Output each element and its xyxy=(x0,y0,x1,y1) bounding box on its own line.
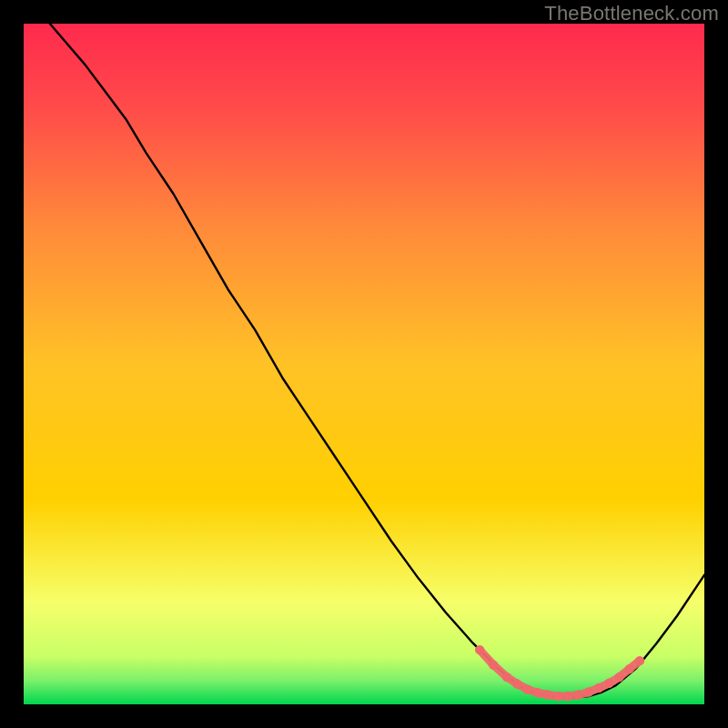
gradient-background xyxy=(24,24,704,704)
optimal-marker-dot xyxy=(563,692,572,701)
optimal-marker-dot xyxy=(543,690,552,699)
optimal-marker-dot xyxy=(614,672,623,682)
optimal-marker-dot xyxy=(573,690,582,699)
optimal-marker-dot xyxy=(502,672,511,682)
optimal-marker-dot xyxy=(584,687,593,696)
optimal-marker-dot xyxy=(635,656,644,665)
optimal-marker-dot xyxy=(489,660,498,669)
chart-container: TheBottleneck.com xyxy=(0,0,728,728)
optimal-marker-dot xyxy=(604,679,613,688)
optimal-marker-dot xyxy=(533,688,542,697)
optimal-marker-dot xyxy=(512,679,521,688)
plot-area xyxy=(24,24,704,704)
optimal-marker-dot xyxy=(594,683,603,693)
chart-svg xyxy=(24,24,704,704)
optimal-marker-dot xyxy=(625,664,634,673)
optimal-marker-dot xyxy=(475,645,484,654)
optimal-marker-dot xyxy=(522,684,531,693)
watermark-text: TheBottleneck.com xyxy=(544,2,719,25)
optimal-marker-dot xyxy=(553,692,562,701)
